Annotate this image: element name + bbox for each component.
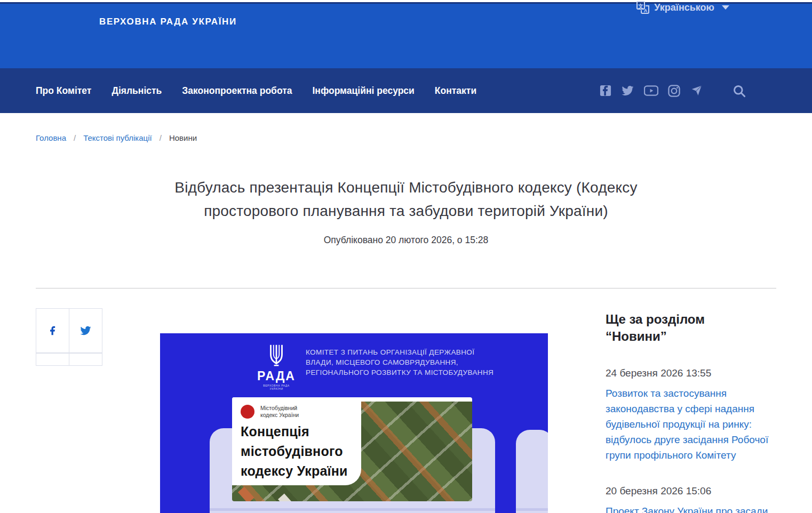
sidebar-heading: Ще за розділом “Новини”: [606, 311, 777, 345]
decor-window-divider: [516, 508, 548, 511]
breadcrumb: Головна / Текстові публікації / Новини: [36, 133, 197, 142]
decor-window-right: [516, 430, 548, 513]
rada-logo: РАДА ВЕРХОВНА РАДА УКРАЇНИ: [255, 343, 298, 390]
facebook-link[interactable]: [600, 85, 611, 97]
youtube-icon: [644, 85, 658, 97]
language-switcher[interactable]: 文 А Українською: [636, 1, 729, 14]
decor-window-divider: [210, 508, 495, 511]
rada-wordmark: РАДА: [255, 370, 298, 382]
breadcrumb-home[interactable]: Головна: [36, 133, 66, 142]
news-link[interactable]: Проект Закону України про засади розмежу…: [606, 503, 777, 513]
concept-card: Містобудівний кодекс України Концепція м…: [232, 397, 472, 501]
breadcrumb-separator: /: [160, 133, 162, 142]
news-item: 20 березня 2026 15:06 Проект Закону Укра…: [606, 485, 777, 513]
facebook-icon: [47, 325, 58, 336]
news-date: 20 березня 2026 15:06: [606, 485, 777, 497]
nav-item-resources[interactable]: Інформаційні ресурси: [312, 85, 414, 97]
rada-caption: ВЕРХОВНА РАДА УКРАЇНИ: [255, 384, 298, 390]
share-count-cell: [36, 353, 69, 366]
article-image: РАДА ВЕРХОВНА РАДА УКРАЇНИ КОМІТЕТ З ПИТ…: [160, 333, 548, 513]
badge-label: Містобудівний кодекс України: [260, 405, 299, 419]
card-heading: Концепція містобудівного кодексу України: [241, 422, 361, 481]
chevron-down-icon: [722, 5, 729, 10]
instagram-link[interactable]: [668, 85, 680, 97]
red-dot-icon: [241, 405, 254, 419]
nav-item-lawmaking[interactable]: Законопроектна робота: [182, 85, 292, 97]
nav-item-contacts[interactable]: Контакти: [435, 85, 476, 97]
search-button[interactable]: [732, 84, 746, 98]
breadcrumb-publications[interactable]: Текстові публікації: [83, 133, 152, 142]
social-row: [600, 68, 746, 113]
twitter-icon: [621, 85, 634, 97]
card-label-panel: Містобудівний кодекс України Концепція м…: [232, 397, 361, 485]
badge-row: Містобудівний кодекс України: [241, 405, 299, 419]
svg-text:А: А: [644, 8, 648, 13]
news-item: 24 березня 2026 13:55 Розвиток та застос…: [606, 367, 777, 463]
facebook-icon: [600, 85, 611, 97]
nav-item-about[interactable]: Про Комітет: [36, 85, 91, 97]
trident-icon: [265, 343, 288, 367]
svg-text:文: 文: [638, 3, 643, 9]
page-title: Відбулась презентація Концепції Містобуд…: [158, 176, 654, 223]
instagram-icon: [668, 85, 680, 97]
sidebar-more-news: Ще за розділом “Новини” 24 березня 2026 …: [606, 311, 777, 513]
page-title-wrap: Відбулась презентація Концепції Містобуд…: [0, 176, 812, 223]
share-count-cell: [69, 353, 102, 366]
breadcrumb-current: Новини: [169, 133, 197, 142]
news-link[interactable]: Розвиток та застосування законодавства у…: [606, 386, 777, 463]
news-date: 24 березня 2026 13:55: [606, 367, 777, 379]
share-twitter-button[interactable]: [69, 308, 102, 353]
youtube-link[interactable]: [644, 85, 658, 97]
committee-name: КОМІТЕТ З ПИТАНЬ ОРГАНІЗАЦІЇ ДЕРЖАВНОЇ В…: [306, 347, 493, 378]
nav-item-activity[interactable]: Діяльність: [112, 85, 162, 97]
search-icon: [732, 84, 746, 98]
share-grid: [36, 308, 104, 366]
share-facebook-button[interactable]: [36, 308, 69, 353]
language-label: Українською: [654, 2, 714, 13]
telegram-link[interactable]: [690, 84, 703, 97]
translate-icon: 文 А: [636, 1, 650, 14]
divider: [36, 288, 776, 288]
twitter-link[interactable]: [621, 85, 634, 97]
published-date: Опубліковано 20 лютого 2026, о 15:28: [0, 235, 812, 246]
site-header: ВЕРХОВНА РАДА УКРАЇНИ 文 А Українською: [0, 2, 812, 68]
site-title-link[interactable]: ВЕРХОВНА РАДА УКРАЇНИ: [99, 17, 237, 27]
twitter-icon: [79, 325, 92, 336]
breadcrumb-separator: /: [74, 133, 76, 142]
telegram-icon: [690, 84, 703, 97]
